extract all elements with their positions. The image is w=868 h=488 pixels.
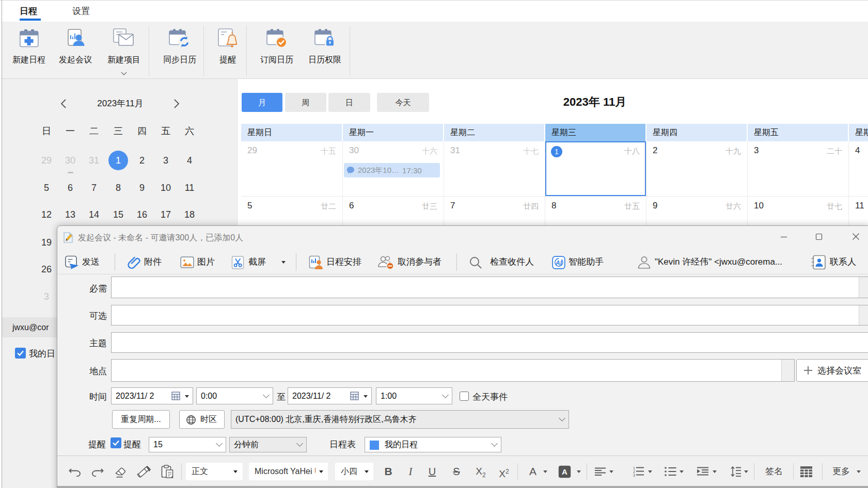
mini-cal-day[interactable]: 9 <box>130 183 154 193</box>
reminder-button[interactable]: 提醒 <box>204 25 251 76</box>
mini-cal-day[interactable]: 2 <box>130 155 154 166</box>
superscript-button[interactable]: X2 <box>494 456 514 487</box>
select-meeting-room-button[interactable]: 选择会议室 <box>796 359 868 382</box>
mini-cal-day[interactable]: 29 <box>35 155 58 166</box>
bold-button[interactable]: B <box>380 456 397 487</box>
cancel-participant-icon[interactable] <box>377 255 394 272</box>
view-today-button[interactable]: 今天 <box>377 93 429 112</box>
ai-assistant-button[interactable]: 智能助手 <box>569 250 604 274</box>
sender-person-icon[interactable] <box>637 255 651 271</box>
screenshot-dropdown-arrow[interactable] <box>281 261 286 264</box>
close-button[interactable] <box>848 230 863 246</box>
view-month-button[interactable]: 月 <box>242 93 282 112</box>
new-project-button[interactable]: 新建项目 <box>101 25 147 76</box>
mini-cal-day[interactable]: 13 <box>58 209 82 220</box>
new-schedule-button[interactable]: 新建日程 <box>6 25 52 76</box>
mini-cal-day[interactable]: 15 <box>106 209 130 220</box>
attachment-icon[interactable] <box>128 256 141 271</box>
view-day-button[interactable]: 日 <box>328 93 370 112</box>
mini-cal-day[interactable]: 26 <box>35 264 58 275</box>
calendar-select[interactable]: 我的日程 <box>365 437 501 452</box>
mini-cal-day[interactable]: 30 <box>58 155 82 166</box>
paste-icon[interactable] <box>161 465 173 481</box>
timezone-select[interactable]: (UTC+08:00) 北京,重庆,香港特别行政区,乌鲁木齐 <box>231 410 569 429</box>
dropdown-arrow[interactable] <box>577 470 581 473</box>
chevron-down-icon[interactable] <box>121 68 127 77</box>
start-time-select[interactable]: 0:00 <box>196 387 273 404</box>
mini-cal-day[interactable]: 17 <box>154 209 178 220</box>
send-button[interactable]: 发送 <box>82 250 100 274</box>
end-time-select[interactable]: 1:00 <box>376 387 452 404</box>
screenshot-icon[interactable] <box>231 256 245 271</box>
check-recipient-icon[interactable] <box>469 256 482 271</box>
clear-format-icon[interactable] <box>114 467 127 480</box>
mini-cal-day[interactable]: 3 <box>154 155 178 166</box>
image-icon[interactable] <box>180 256 194 270</box>
paragraph-style-select[interactable]: 正文 <box>186 463 243 480</box>
dialog-title-bar[interactable]: 发起会议 - 未命名 - 可邀请300人，已添加0人 <box>57 226 868 250</box>
view-week-button[interactable]: 周 <box>285 93 326 112</box>
dropdown-arrow[interactable] <box>543 470 547 473</box>
check-recipient-button[interactable]: 检查收件人 <box>490 250 534 274</box>
dropdown-arrow[interactable] <box>857 470 861 473</box>
dropdown-arrow[interactable] <box>648 470 652 473</box>
subscribe-calendar-button[interactable]: 订阅日历 <box>254 25 300 76</box>
reminder-unit-select[interactable]: 分钟前 <box>229 437 307 452</box>
day-cell[interactable]: 29 十五 <box>241 141 343 197</box>
subscript-button[interactable]: X2 <box>470 456 491 487</box>
format-painter-icon[interactable] <box>136 466 151 481</box>
line-spacing-button[interactable] <box>729 466 741 479</box>
mini-cal-day[interactable]: 6 <box>58 183 82 193</box>
mini-cal-day[interactable]: 3 <box>35 291 58 302</box>
mini-cal-day[interactable]: 8 <box>106 183 130 193</box>
subject-input[interactable] <box>111 332 868 353</box>
dropdown-arrow[interactable] <box>680 470 684 473</box>
mini-cal-day[interactable]: 31 <box>82 155 106 166</box>
screenshot-button[interactable]: 截屏 <box>248 250 266 274</box>
sender-account-button[interactable]: "Kevin 许经伟" <jwxu@corema... <box>655 250 782 274</box>
location-input[interactable] <box>111 359 795 382</box>
day-cell[interactable]: 3 二十 <box>748 141 849 197</box>
signature-button[interactable]: 签名 <box>760 456 788 487</box>
bullet-list-button[interactable] <box>665 467 676 478</box>
dropdown-arrow[interactable] <box>744 470 748 473</box>
align-button[interactable] <box>594 467 606 478</box>
all-day-checkbox[interactable] <box>460 392 469 401</box>
indent-button[interactable] <box>697 467 709 478</box>
schedule-button[interactable]: 日程安排 <box>326 250 361 274</box>
day-cell[interactable]: 4 <box>849 141 868 197</box>
calendar-checkbox-checked[interactable] <box>15 348 26 359</box>
mini-cal-next-button[interactable] <box>173 99 180 111</box>
reminder-checkbox-checked[interactable] <box>111 437 121 448</box>
italic-button[interactable]: I <box>402 456 419 487</box>
optional-recipients-input[interactable] <box>111 305 868 326</box>
tab-settings[interactable]: 设置 <box>72 1 90 22</box>
end-date-picker[interactable]: 2023/11/ 2 <box>288 387 372 404</box>
calendar-event[interactable]: 2023年10… 17:30 <box>344 163 440 177</box>
contacts-button[interactable]: 联系人 <box>830 250 856 274</box>
send-icon[interactable] <box>65 255 80 272</box>
day-cell[interactable]: 31 十七 <box>444 141 545 197</box>
mini-cal-selected-day[interactable]: 1 <box>108 151 128 170</box>
mini-cal-day[interactable]: 7 <box>82 183 106 193</box>
contacts-icon[interactable] <box>811 255 826 272</box>
repeat-period-button[interactable]: 重复周期... <box>112 410 170 429</box>
mini-cal-day[interactable]: 4 <box>178 155 201 166</box>
more-button[interactable]: 更多 <box>828 456 855 487</box>
calendar-permission-button[interactable]: 日历权限 <box>302 25 348 76</box>
maximize-button[interactable] <box>811 230 827 246</box>
highlight-color-button[interactable]: A <box>558 465 571 480</box>
day-cell-selected[interactable]: 1 十八 <box>545 141 646 197</box>
font-color-button[interactable]: A <box>525 456 541 487</box>
sync-calendar-button[interactable]: 同步日历 <box>156 25 203 76</box>
attachment-button[interactable]: 附件 <box>144 250 162 274</box>
mini-cal-day[interactable]: 18 <box>178 209 201 220</box>
start-meeting-button[interactable]: 发起会议 <box>52 25 99 76</box>
strikethrough-button[interactable]: S <box>448 456 465 487</box>
cancel-participant-button[interactable]: 取消参与者 <box>398 250 441 274</box>
day-cell[interactable]: 2 十九 <box>646 141 748 197</box>
mini-cal-day[interactable]: 11 <box>178 183 201 193</box>
mini-cal-day[interactable]: 5 <box>35 183 58 193</box>
start-date-picker[interactable]: 2023/11/ 2 <box>111 387 193 404</box>
dropdown-arrow[interactable] <box>609 470 613 473</box>
